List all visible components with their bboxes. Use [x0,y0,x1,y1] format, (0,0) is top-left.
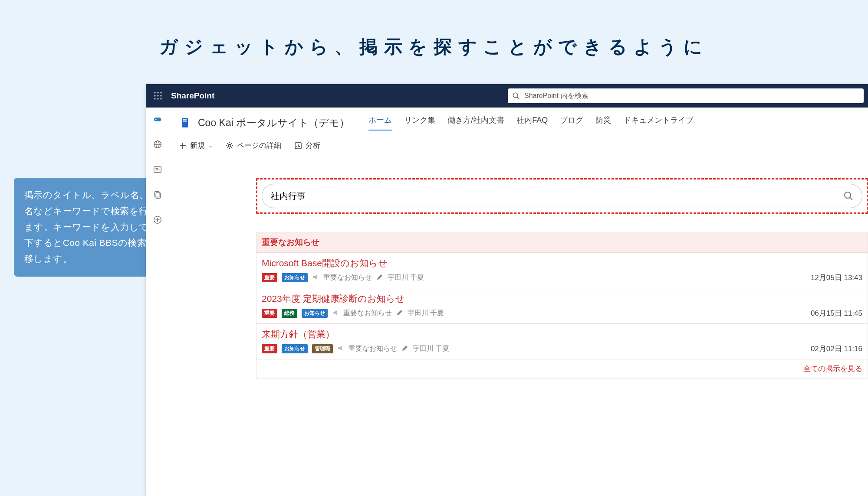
announcement-item: 来期方針（営業）重要お知らせ管理職重要なお知らせ宇田川 千夏02月02日 11:… [256,323,868,359]
svg-rect-11 [154,117,161,121]
megaphone-icon [332,309,339,318]
announcement-item: 2023年度 定期健康診断のお知らせ重要総務お知らせ重要なお知らせ宇田川 千夏0… [256,288,868,323]
view-all-link[interactable]: 全ての掲示を見る [803,365,862,373]
tab-disaster[interactable]: 防災 [595,115,611,131]
svg-point-1 [157,92,158,93]
announcements-header: 重要なお知らせ [256,232,868,253]
tab-blog[interactable]: ブログ [560,115,583,131]
svg-point-5 [160,95,161,96]
announcement-title[interactable]: 2023年度 定期健康診断のお知らせ [262,293,862,305]
cmd-page-detail[interactable]: ページの詳細 [226,140,281,150]
announcement-meta: 重要総務お知らせ重要なお知らせ宇田川 千夏06月15日 11:45 [262,308,862,318]
tag-important: 重要 [262,309,277,318]
tag-general: 総務 [282,309,297,318]
svg-point-3 [154,95,155,96]
sharepoint-window: SharePoint SharePoint 内を検索 [146,84,868,496]
cmd-new[interactable]: 新規 ⌄ [179,140,213,150]
tag-notice: お知らせ [282,344,308,353]
site-name[interactable]: Coo Kai ポータルサイト（デモ） [198,116,349,130]
search-highlight-box: 社内行事 [256,178,868,214]
app-launcher-icon[interactable] [150,88,166,104]
svg-point-34 [845,192,851,198]
announcement-time: 12月05日 13:43 [811,273,862,283]
svg-point-29 [228,144,231,147]
announcement-time: 02月02日 11:16 [811,344,862,354]
announcements-footer: 全ての掲示を見る [256,359,868,378]
announcement-category: 重要なお知らせ [343,309,392,318]
svg-rect-20 [156,193,160,198]
topbar-search[interactable]: SharePoint 内を検索 [508,88,864,103]
tag-important: 重要 [262,344,277,353]
analytics-icon [294,142,302,150]
announcement-category: 重要なお知らせ [323,273,372,282]
svg-rect-16 [154,167,161,173]
rail-item-globe[interactable] [152,139,163,150]
tag-notice: お知らせ [282,273,308,282]
announcement-item: Microsoft Base開設のお知らせ重要お知らせ重要なお知らせ宇田川 千夏… [256,253,868,288]
product-name: SharePoint [171,91,214,101]
announcement-meta: 重要お知らせ重要なお知らせ宇田川 千夏12月05日 13:43 [262,273,862,283]
announcement-title[interactable]: 来期方針（営業） [262,328,862,340]
svg-point-4 [157,95,158,96]
tab-links[interactable]: リンク集 [404,115,435,131]
announcements-widget: 重要なお知らせ Microsoft Base開設のお知らせ重要お知らせ重要なお知… [256,232,868,379]
plus-circle-icon [153,215,162,225]
rail-item-add[interactable] [152,214,163,225]
pencil-icon [376,274,383,282]
page-heading: ガジェットから、掲示を探すことができるように [0,0,868,81]
announcement-author: 宇田川 千夏 [388,273,424,282]
svg-rect-26 [183,121,187,122]
cmd-analytics[interactable]: 分析 [294,140,320,150]
left-rail [146,108,169,496]
svg-point-6 [154,98,155,99]
content-area: 社内行事 重要なお知らせ Microsoft Base開設のお知らせ重要お知らせ… [169,157,868,496]
globe-icon [153,140,162,149]
tab-home[interactable]: ホーム [368,115,392,131]
rail-item-home[interactable] [152,114,163,125]
command-bar: 新規 ⌄ ページの詳細 分析 [169,134,868,157]
rail-item-files[interactable] [152,189,163,200]
svg-point-0 [154,92,155,93]
megaphone-icon [337,345,344,353]
rail-item-news[interactable] [152,164,163,175]
search-icon[interactable] [844,191,853,201]
svg-point-7 [157,98,158,99]
tag-notice: お知らせ [302,309,328,318]
topbar-search-placeholder: SharePoint 内を検索 [524,91,589,101]
site-tabs: ホーム リンク集 働き方/社内文書 社内FAQ ブログ 防災 ドキュメントライブ [368,115,694,131]
search-icon [512,92,520,100]
svg-rect-19 [155,192,159,197]
tab-doclib[interactable]: ドキュメントライブ [623,115,694,131]
tag-important: 重要 [262,273,277,282]
cmd-page-detail-label: ページの詳細 [237,140,281,150]
chevron-down-icon: ⌄ [208,143,213,149]
svg-line-10 [517,97,519,99]
pencil-icon [396,309,403,318]
sharepoint-body: Coo Kai ポータルサイト（デモ） ホーム リンク集 働き方/社内文書 社内… [146,108,868,496]
plus-icon [179,142,187,150]
svg-line-35 [850,198,853,200]
announcement-title[interactable]: Microsoft Base開設のお知らせ [262,257,862,269]
svg-point-2 [160,92,161,93]
gadget-search-input[interactable]: 社内行事 [271,190,844,202]
site-logo-icon [179,116,192,129]
tag-manager: 管理職 [312,344,333,353]
svg-point-8 [160,98,161,99]
sharepoint-topbar: SharePoint SharePoint 内を検索 [146,84,868,108]
announcement-time: 06月15日 11:45 [811,308,862,318]
announcement-category: 重要なお知らせ [349,344,397,353]
announcement-meta: 重要お知らせ管理職重要なお知らせ宇田川 千夏02月02日 11:16 [262,344,862,354]
announcements-list: Microsoft Base開設のお知らせ重要お知らせ重要なお知らせ宇田川 千夏… [256,253,868,359]
svg-rect-25 [183,119,187,121]
gadget-search[interactable]: 社内行事 [262,184,862,208]
cmd-new-label: 新規 [190,140,205,150]
svg-point-12 [155,119,157,120]
tab-workdocs[interactable]: 働き方/社内文書 [447,115,504,131]
tab-faq[interactable]: 社内FAQ [516,115,548,131]
news-icon [153,165,162,174]
files-icon [153,190,162,199]
site-header: Coo Kai ポータルサイト（デモ） ホーム リンク集 働き方/社内文書 社内… [169,108,868,134]
svg-point-9 [513,93,518,98]
megaphone-icon [312,274,319,282]
announcement-author: 宇田川 千夏 [408,309,444,318]
